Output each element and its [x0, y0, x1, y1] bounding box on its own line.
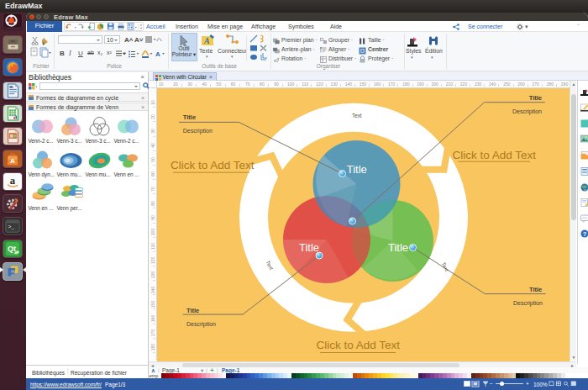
- svg-text:Description: Description: [512, 108, 541, 114]
- svg-text:Click to Add Text: Click to Add Text: [452, 148, 536, 161]
- svg-text:Title: Title: [528, 94, 541, 102]
- svg-text:Click to Add Text: Click to Add Text: [316, 339, 400, 351]
- svg-text:A: A: [203, 36, 210, 45]
- svg-text:>_: >_: [8, 224, 15, 230]
- svg-text:Description: Description: [512, 300, 542, 307]
- svg-text:A: A: [10, 157, 15, 165]
- svg-text:Title: Title: [346, 163, 366, 176]
- svg-text:Click to Add Text: Click to Add Text: [170, 158, 254, 171]
- svg-text:Title: Title: [387, 240, 407, 253]
- svg-text:Title: Title: [182, 113, 195, 120]
- svg-text:Description: Description: [182, 127, 212, 134]
- svg-text:Text: Text: [352, 112, 362, 118]
- svg-text:Title: Title: [186, 306, 199, 314]
- svg-text:A: A: [155, 50, 160, 58]
- svg-text:Description: Description: [186, 320, 216, 327]
- svg-text:Title: Title: [298, 240, 318, 253]
- svg-text:Title: Title: [529, 286, 542, 293]
- svg-text:?: ?: [582, 230, 586, 238]
- svg-text:a: a: [10, 175, 16, 187]
- svg-text:Qt: Qt: [8, 245, 16, 253]
